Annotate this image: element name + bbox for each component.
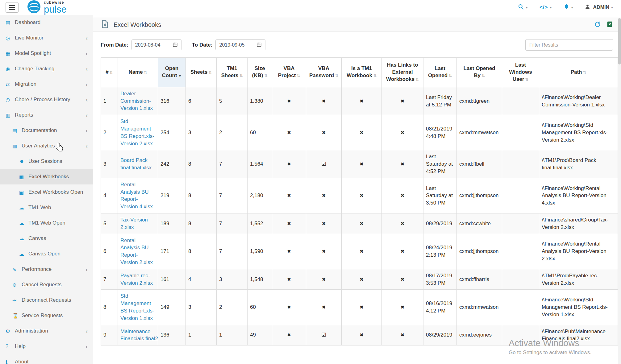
- cell-is-tm1: ✖: [342, 234, 382, 269]
- check-mark-icon: ☑: [321, 160, 326, 168]
- sidebar-item-excel-workbooks-open[interactable]: ▣Excel Workbooks Open: [0, 184, 93, 200]
- workbook-name-link[interactable]: Std Management BS Report.xls-Version 2.x…: [120, 118, 154, 146]
- admin-menu[interactable]: ADMIN ▾: [585, 4, 613, 11]
- user-analytics-icon: ▥: [12, 143, 22, 149]
- sidebar-item-tm1-web-open[interactable]: ☁TM1 Web Open: [0, 215, 93, 231]
- column-header-sheets[interactable]: Sheets⇅: [186, 58, 217, 87]
- sidebar-item-canvas[interactable]: ☁Canvas: [0, 231, 93, 246]
- cell-vba-project: ✖: [272, 269, 306, 290]
- cell-sheets: 8: [186, 178, 217, 213]
- cell-vba-password: ✖: [306, 234, 342, 269]
- column-label: TM1 Sheets: [221, 65, 239, 78]
- from-date-input[interactable]: [131, 39, 169, 50]
- from-date-calendar-button[interactable]: [169, 39, 181, 50]
- workbook-name-link[interactable]: Maintenance Financials.final2.xlsx: [120, 329, 158, 342]
- cell-last-windows-user: [502, 325, 539, 345]
- excel-workbooks-open-icon: ▣: [19, 189, 28, 195]
- sidebar-item-cancel-requests[interactable]: ⊘Cancel Requests: [0, 277, 93, 292]
- sidebar-item-user-analytics[interactable]: ▥User Analytics‹: [0, 138, 93, 154]
- column-header-last-windows-user[interactable]: Last Windows User⇅: [502, 58, 539, 87]
- sidebar-item-user-sessions[interactable]: ☻User Sessions: [0, 154, 93, 169]
- cell-vba-password: ✖: [306, 115, 342, 150]
- cross-mark-icon: ✖: [401, 248, 405, 254]
- column-header-last-opened-by[interactable]: Last Opened By⇅: [457, 58, 502, 87]
- cell-open-count: 136: [158, 325, 186, 345]
- topbar: cubewise pulse ▾ </> ▾ ▾ ADMIN ▾: [0, 0, 621, 15]
- sidebar-item-help[interactable]: ?Help‹: [0, 339, 93, 354]
- table-row: 5Tax-Version 2.xlsx189871,552✖✖✖✖08/29/2…: [101, 213, 618, 234]
- scrollbar-thumb[interactable]: [618, 18, 621, 64]
- workbook-name-link[interactable]: Dealer Commission-Version 1.xlsx: [120, 91, 153, 111]
- column-header-vba-password[interactable]: VBA Password⇅: [306, 58, 342, 87]
- search-menu[interactable]: ▾: [518, 4, 528, 11]
- workbook-name-link[interactable]: Std Management BS Report.xls-Version 1.x…: [120, 293, 154, 321]
- sidebar-item-change-tracking[interactable]: ◉Change Tracking‹: [0, 61, 93, 77]
- to-date-calendar-button[interactable]: [253, 39, 265, 50]
- column-header-is-a-tm1-workbook[interactable]: Is a TM1 Workbook⇅: [342, 58, 382, 87]
- sidebar-item-reports[interactable]: ▥Reports‹: [0, 107, 93, 123]
- sidebar-item-disconnect-requests[interactable]: ⇥Disconnect Requests: [0, 292, 93, 308]
- chevron-left-icon: ‹: [85, 97, 88, 103]
- notifications-menu[interactable]: ▾: [564, 4, 573, 11]
- from-date-label: From Date:: [101, 42, 128, 48]
- cell-has-links: ✖: [382, 290, 423, 325]
- cell-tm1-sheets: 7: [217, 150, 248, 178]
- cell-tm1-sheets: 7: [217, 178, 248, 213]
- column-header-tm1-sheets[interactable]: TM1 Sheets⇅: [217, 58, 248, 87]
- sidebar-item-label: User Sessions: [28, 158, 62, 164]
- sidebar-item-documentation[interactable]: ▤Documentation‹: [0, 123, 93, 138]
- pulse-logo[interactable]: cubewise pulse: [27, 0, 67, 15]
- workbook-name-link[interactable]: Payable rec-Version 2.xlsx: [120, 273, 153, 286]
- sidebar-item-excel-workbooks[interactable]: ▣Excel Workbooks: [0, 169, 93, 184]
- workbook-name-link[interactable]: Board Pack final.final.xlsx: [120, 157, 152, 171]
- column-header-name[interactable]: Name⇅: [118, 58, 158, 87]
- sidebar-item-live-monitor[interactable]: ◎Live Monitor‹: [0, 30, 93, 46]
- sidebar-item-label: TM1 Web: [28, 205, 51, 211]
- workbook-name-link[interactable]: Rental Analysis BU Report-Version 2.xlsx: [120, 238, 153, 265]
- model-spotlight-icon: ▦: [6, 51, 15, 56]
- cell-last-windows-user: [502, 213, 539, 234]
- hamburger-menu-button[interactable]: [6, 2, 19, 13]
- column-header-vba-project[interactable]: VBA Project⇅: [272, 58, 306, 87]
- sidebar-item-performance[interactable]: ∿Performance‹: [0, 262, 93, 277]
- sidebar-item-canvas-open[interactable]: ☁Canvas Open: [0, 246, 93, 262]
- workbook-name-link[interactable]: Tax-Version 2.xlsx: [120, 217, 148, 230]
- column-header-open-count[interactable]: Open Count▼: [158, 58, 186, 87]
- column-header-path[interactable]: Path⇅: [539, 58, 618, 87]
- change-tracking-icon: ◉: [6, 66, 15, 72]
- to-date-input[interactable]: [215, 39, 253, 50]
- sidebar-item-tm1-web[interactable]: ☁TM1 Web: [0, 200, 93, 215]
- workbook-name-link[interactable]: Rental Analysis BU Report-Version 4.xlsx: [120, 182, 153, 209]
- sort-icon: ⇅: [239, 73, 243, 78]
- sidebar-item-label: Chore / Process History: [15, 97, 70, 103]
- cell-size-kb: 1,564: [248, 150, 272, 178]
- cell-is-tm1: ✖: [342, 325, 382, 345]
- sidebar-item-about[interactable]: ℹAbout: [0, 354, 93, 364]
- cell-size-kb: 1,548: [248, 269, 272, 290]
- sidebar-item-migration[interactable]: ⇄Migration‹: [0, 77, 93, 92]
- sidebar-item-chore-process-history[interactable]: ◷Chore / Process History‹: [0, 92, 93, 107]
- column-header-last-opened[interactable]: Last Opened⇅: [423, 58, 457, 87]
- column-header-has-links-to-external-workbooks[interactable]: Has Links to External Workbooks⇅: [382, 58, 423, 87]
- sort-icon: ⇅: [481, 73, 485, 78]
- calendar-icon: [256, 42, 262, 48]
- cancel-requests-icon: ⊘: [12, 282, 22, 288]
- sidebar-item-dashboard[interactable]: ▤Dashboard: [0, 15, 93, 30]
- filter-results-input[interactable]: [525, 39, 613, 51]
- sidebar-item-model-spotlight[interactable]: ▦Model Spotlight‹: [0, 46, 93, 61]
- column-header-[interactable]: #⇅: [101, 58, 118, 87]
- table-row: 6Rental Analysis BU Report-Version 2.xls…: [101, 234, 618, 269]
- cell-vba-password: ☑: [306, 325, 342, 345]
- cell-last-opened-by: cxmd:ffbell: [457, 150, 502, 178]
- sidebar-item-administration[interactable]: ⚙Administration‹: [0, 323, 93, 339]
- export-excel-button[interactable]: [606, 21, 613, 28]
- column-header-size-kb[interactable]: Size (KB)⇅: [248, 58, 272, 87]
- table-row: 1Dealer Commission-Version 1.xlsx316651,…: [101, 87, 618, 115]
- refresh-button[interactable]: [594, 21, 601, 29]
- cell-path: \\TM1\Prod\Payable rec-Version 2.xlsx: [539, 269, 618, 290]
- sidebar-item-service-requests[interactable]: ⌛Service Requests: [0, 308, 93, 323]
- cell-vba-project: ✖: [272, 234, 306, 269]
- code-menu[interactable]: </> ▾: [540, 4, 552, 10]
- cross-mark-icon: ✖: [287, 276, 291, 283]
- about-icon: ℹ: [6, 359, 15, 364]
